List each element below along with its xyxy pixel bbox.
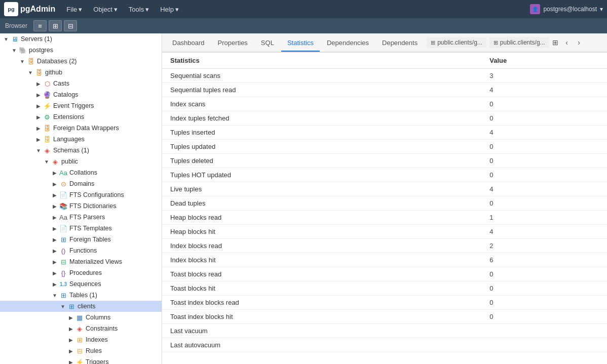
breadcrumb-2-text: public.clients/g... — [500, 39, 545, 46]
toggle-databases[interactable]: ▼ — [18, 57, 26, 65]
toggle-fts-parsers[interactable]: ▶ — [51, 213, 59, 221]
tab-dependents[interactable]: Dependents — [376, 35, 424, 52]
sidebar-item-event-triggers[interactable]: ▶ ⚡ Event Triggers — [0, 100, 162, 111]
sidebar-item-servers[interactable]: ▼ 🖥 Servers (1) — [0, 33, 162, 45]
table-row: Live tuples4 — [162, 182, 607, 196]
toggle-catalogs[interactable]: ▶ — [34, 91, 43, 99]
table-row: Dead tuples0 — [162, 196, 607, 211]
sidebar-item-fts-parsers[interactable]: ▶ Aa FTS Parsers — [0, 212, 162, 223]
grid-view-icon[interactable]: ⊞ — [552, 38, 558, 47]
sidebar-item-fdw[interactable]: ▶ 🗄 Foreign Data Wrappers — [0, 123, 162, 134]
toggle-tables[interactable]: ▼ — [51, 291, 59, 299]
sidebar-item-domains[interactable]: ▶ ⊙ Domains — [0, 178, 162, 189]
sidebar-item-fts-dicts[interactable]: ▶ 📚 FTS Dictionaries — [0, 200, 162, 212]
github-label: github — [45, 69, 62, 76]
sidebar-item-postgres[interactable]: ▼ 🐘 postgres — [0, 45, 162, 56]
sidebar-item-schemas[interactable]: ▼ ◈ Schemas (1) — [0, 145, 162, 156]
table-row: Toast index blocks hit0 — [162, 310, 607, 324]
toolbar-btn-table[interactable]: ⊟ — [64, 20, 77, 31]
toggle-collations[interactable]: ▶ — [51, 169, 59, 177]
sidebar-item-extensions[interactable]: ▶ ⚙ Extensions — [0, 111, 162, 123]
toggle-procedures[interactable]: ▶ — [51, 269, 59, 277]
toggle-schemas[interactable]: ▼ — [34, 146, 43, 154]
sidebar-item-github[interactable]: ▼ 🗄 github — [0, 67, 162, 78]
toggle-event-triggers[interactable]: ▶ — [34, 102, 43, 110]
toggle-extensions[interactable]: ▶ — [34, 113, 43, 121]
sidebar-item-indexes[interactable]: ▶ ⊞ Indexes — [0, 334, 162, 345]
toggle-servers[interactable]: ▼ — [2, 35, 10, 43]
toggle-constraints[interactable]: ▶ — [67, 325, 75, 333]
sidebar-item-languages[interactable]: ▶ 🗄 Languages — [0, 134, 162, 145]
fts-templates-icon: 📄 — [59, 224, 68, 233]
pgadmin-icon: pg — [4, 2, 18, 16]
sidebar-item-databases[interactable]: ▼ 🗄 Databases (2) — [0, 56, 162, 67]
toggle-foreign-tables[interactable]: ▶ — [51, 235, 59, 244]
menu-tools[interactable]: Tools ▾ — [124, 4, 154, 15]
sidebar-item-public[interactable]: ▼ ◈ public — [0, 156, 162, 167]
toolbar-btn-grid[interactable]: ⊞ — [49, 20, 62, 31]
menu-help[interactable]: Help ▾ — [155, 4, 184, 15]
sidebar-item-constraints[interactable]: ▶ ◈ Constraints — [0, 323, 162, 334]
sidebar-item-columns[interactable]: ▶ ▦ Columns — [0, 312, 162, 323]
toggle-indexes[interactable]: ▶ — [67, 336, 75, 344]
tab-sql[interactable]: SQL — [255, 35, 280, 52]
breadcrumb-1[interactable]: ⊞ public.clients/g... — [427, 37, 486, 48]
toggle-github[interactable]: ▼ — [26, 68, 34, 76]
fts-dicts-label: FTS Dictionaries — [69, 203, 116, 210]
columns-icon: ▦ — [75, 313, 84, 322]
nav-prev[interactable]: ‹ — [561, 37, 573, 48]
table-row: Heap blocks read1 — [162, 211, 607, 225]
tables-label: Tables (1) — [69, 292, 97, 299]
toggle-triggers[interactable]: ▶ — [67, 358, 75, 364]
sidebar-item-tables[interactable]: ▼ ⊞ Tables (1) — [0, 290, 162, 301]
sidebar-item-functions[interactable]: ▶ () Functions — [0, 245, 162, 256]
toggle-postgres[interactable]: ▼ — [10, 46, 18, 54]
sidebar-item-fts-configs[interactable]: ▶ 📄 FTS Configurations — [0, 189, 162, 200]
topbar: pg pgAdmin File ▾ Object ▾ Tools ▾ Help … — [0, 0, 607, 18]
sidebar-item-collations[interactable]: ▶ Aa Collations — [0, 167, 162, 178]
toggle-functions[interactable]: ▶ — [51, 247, 59, 255]
rules-icon: ⊟ — [75, 346, 84, 355]
extensions-label: Extensions — [53, 113, 84, 120]
toggle-public[interactable]: ▼ — [43, 157, 51, 166]
col-statistics: Statistics — [162, 53, 481, 69]
tab-dependencies[interactable]: Dependencies — [321, 35, 375, 52]
rules-label: Rules — [86, 347, 102, 354]
toggle-fdw[interactable]: ▶ — [34, 124, 43, 132]
toggle-casts[interactable]: ▶ — [34, 79, 43, 88]
toggle-sequences[interactable]: ▶ — [51, 280, 59, 288]
menu-file[interactable]: File ▾ — [61, 4, 87, 15]
toggle-languages[interactable]: ▶ — [34, 135, 43, 143]
sidebar-item-clients[interactable]: ▼ ⊞ clients — [0, 301, 162, 312]
table-row: Index tuples fetched0 — [162, 111, 607, 126]
toggle-clients[interactable]: ▼ — [59, 302, 67, 310]
tab-statistics[interactable]: Statistics — [281, 35, 320, 52]
tab-dashboard[interactable]: Dashboard — [166, 35, 211, 52]
sidebar-item-procedures[interactable]: ▶ {} Procedures — [0, 267, 162, 278]
toggle-domains[interactable]: ▶ — [51, 180, 59, 188]
sidebar-item-rules[interactable]: ▶ ⊟ Rules — [0, 345, 162, 356]
toggle-fts-dicts[interactable]: ▶ — [51, 202, 59, 210]
sidebar-item-catalogs[interactable]: ▶ 🔮 Catalogs — [0, 89, 162, 100]
domains-icon: ⊙ — [59, 179, 68, 188]
toggle-fts-templates[interactable]: ▶ — [51, 224, 59, 232]
toolbar-btn-list[interactable]: ≡ — [33, 20, 47, 31]
sidebar-item-casts[interactable]: ▶ ⬡ Casts — [0, 78, 162, 89]
sidebar-item-triggers[interactable]: ▶ ⚡ Triggers — [0, 356, 162, 364]
toggle-columns[interactable]: ▶ — [67, 313, 75, 321]
toggle-matviews[interactable]: ▶ — [51, 258, 59, 266]
sidebar-item-fts-templates[interactable]: ▶ 📄 FTS Templates — [0, 223, 162, 234]
toggle-rules[interactable]: ▶ — [67, 347, 75, 355]
sidebar-item-sequences[interactable]: ▶ 1.3 Sequences — [0, 278, 162, 290]
stat-value — [481, 338, 607, 352]
sidebar-item-foreign-tables[interactable]: ▶ ⊞ Foreign Tables — [0, 234, 162, 245]
sidebar-item-matviews[interactable]: ▶ ⊟ Materialized Views — [0, 256, 162, 267]
columns-label: Columns — [86, 314, 110, 321]
menu-object[interactable]: Object ▾ — [88, 4, 123, 15]
stat-name: Heap blocks hit — [162, 225, 481, 239]
toggle-fts-configs[interactable]: ▶ — [51, 191, 59, 199]
stat-name: Toast index blocks hit — [162, 310, 481, 324]
breadcrumb-2[interactable]: ⊞ public.clients/g... — [489, 37, 549, 48]
tab-properties[interactable]: Properties — [212, 35, 254, 52]
nav-next[interactable]: › — [574, 37, 585, 48]
